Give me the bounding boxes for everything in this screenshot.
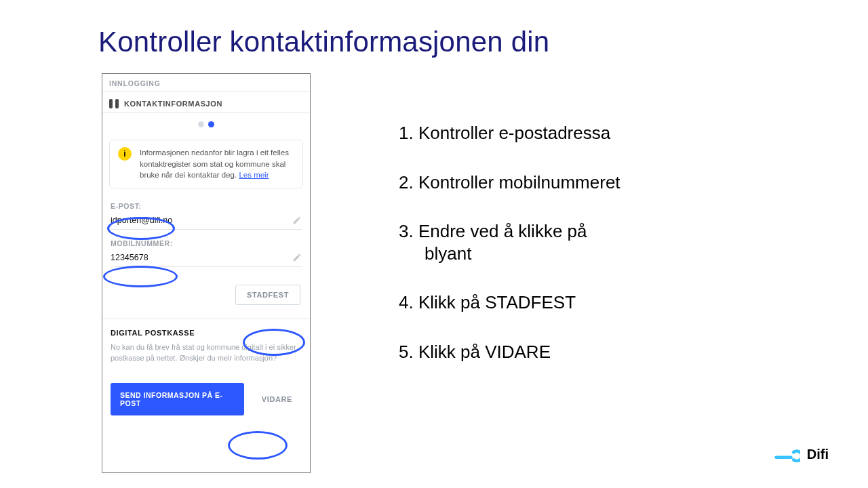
header-innlogging: INNLOGGING: [102, 74, 310, 92]
confirm-row: STADFEST: [102, 271, 310, 314]
step-4: 4. Klikk på STADFEST: [399, 291, 778, 314]
info-icon: i: [118, 147, 132, 161]
vidare-button[interactable]: VIDARE: [252, 387, 302, 411]
mobile-value: 12345678: [111, 253, 149, 262]
send-info-button[interactable]: SEND INFORMASJON PÅ E-POST: [111, 383, 244, 415]
step-3b: blyant: [399, 243, 778, 265]
step-1: 1. Kontroller e-postadressa: [399, 122, 778, 144]
email-label: E-POST:: [111, 202, 302, 210]
pencil-icon[interactable]: [292, 253, 302, 262]
people-icon: [109, 99, 119, 108]
email-field-block: E-POST: idporten@difi.no: [102, 197, 310, 234]
step-dot-active: [208, 121, 214, 127]
stadfest-button[interactable]: STADFEST: [235, 285, 300, 305]
mobile-field-block: MOBILNUMMER: 12345678: [102, 234, 310, 271]
info-link[interactable]: Les meir: [239, 171, 269, 179]
postkasse-block: DIGITAL POSTKASSE No kan du få brev frå …: [102, 319, 310, 371]
mobile-label: MOBILNUMMER:: [111, 239, 302, 247]
difi-name: Difi: [807, 447, 829, 462]
header-kontaktinfo: KONTAKTINFORMASJON: [102, 92, 310, 113]
header-kontaktinfo-label: KONTAKTINFORMASJON: [124, 100, 222, 108]
step-list: 1. Kontroller e-postadressa 2. Kontrolle…: [399, 122, 778, 390]
difi-mark-icon: [774, 447, 800, 462]
phone-mock: INNLOGGING KONTAKTINFORMASJON i Informas…: [102, 73, 311, 473]
step-3a: 3. Endre ved å klikke på: [399, 221, 587, 241]
page-title: Kontroller kontaktinformasjonen din: [98, 26, 549, 58]
step-5: 5. Klikk på VIDARE: [399, 341, 778, 363]
difi-logo: Difi: [774, 447, 829, 462]
postkasse-title: DIGITAL POSTKASSE: [111, 329, 302, 337]
step-indicator: [102, 113, 310, 137]
pencil-icon[interactable]: [292, 216, 302, 225]
postkasse-body: No kan du få brev frå stat og kommune di…: [111, 342, 302, 364]
info-box: i Informasjonen nedanfor blir lagra i ei…: [109, 140, 303, 188]
info-message: Informasjonen nedanfor blir lagra i eit …: [140, 147, 294, 181]
step-dot: [198, 121, 204, 127]
step-3: 3. Endre ved å klikke på blyant: [399, 220, 778, 264]
email-value: idporten@difi.no: [111, 216, 172, 225]
footer-buttons: SEND INFORMASJON PÅ E-POST VIDARE: [102, 371, 310, 425]
step-2: 2. Kontroller mobilnummeret: [399, 171, 778, 194]
